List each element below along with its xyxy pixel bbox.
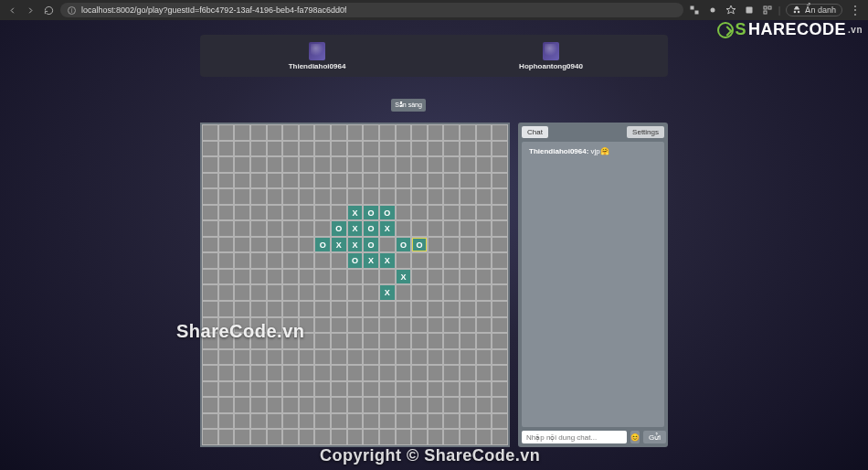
board-cell[interactable] xyxy=(443,173,460,189)
board-cell[interactable] xyxy=(331,188,347,205)
board-cell[interactable] xyxy=(476,365,492,381)
board-cell[interactable] xyxy=(250,188,267,205)
board-cell[interactable] xyxy=(492,220,508,237)
board-cell[interactable] xyxy=(411,413,428,430)
board-cell[interactable] xyxy=(443,284,460,301)
board-cell[interactable] xyxy=(396,365,412,381)
board-cell[interactable] xyxy=(460,413,476,430)
board-cell[interactable] xyxy=(250,284,267,301)
board-cell[interactable] xyxy=(396,252,412,269)
board-cell[interactable] xyxy=(396,188,412,205)
board-cell[interactable] xyxy=(331,269,347,285)
board-cell[interactable] xyxy=(363,317,379,334)
board-cell[interactable] xyxy=(299,156,315,173)
board-cell[interactable] xyxy=(299,188,315,205)
board-cell[interactable] xyxy=(234,284,250,301)
board-cell[interactable] xyxy=(411,188,428,205)
board-cell[interactable] xyxy=(331,205,347,221)
board-cell[interactable] xyxy=(460,188,476,205)
board-cell[interactable] xyxy=(202,413,218,430)
board-cell[interactable] xyxy=(492,301,508,317)
board-cell[interactable] xyxy=(379,333,396,349)
board-cell[interactable] xyxy=(282,252,299,269)
board-cell[interactable] xyxy=(234,237,250,253)
board-cell[interactable] xyxy=(250,124,267,141)
board-cell[interactable] xyxy=(363,124,379,141)
board-cell[interactable] xyxy=(476,301,492,317)
board-cell[interactable] xyxy=(492,381,508,398)
board-cell[interactable] xyxy=(234,220,250,237)
board-cell[interactable] xyxy=(267,349,283,366)
board-cell[interactable] xyxy=(218,397,235,413)
board-cell[interactable] xyxy=(363,349,379,366)
board-cell[interactable] xyxy=(299,397,315,413)
board-cell[interactable]: O xyxy=(396,237,412,253)
board-cell[interactable] xyxy=(396,349,412,366)
board-cell[interactable] xyxy=(379,141,396,157)
board-cell[interactable] xyxy=(218,413,235,430)
board-cell[interactable] xyxy=(250,397,267,413)
board-cell[interactable] xyxy=(428,205,444,221)
board-cell[interactable] xyxy=(411,173,428,189)
board-cell[interactable] xyxy=(218,124,235,141)
forward-button[interactable] xyxy=(24,4,37,16)
board-cell[interactable] xyxy=(282,124,299,141)
board-cell[interactable] xyxy=(202,205,218,221)
board-cell[interactable] xyxy=(428,252,444,269)
board-cell[interactable] xyxy=(363,365,379,381)
board-cell[interactable]: O xyxy=(363,220,379,237)
board-cell[interactable] xyxy=(218,156,235,173)
board-cell[interactable] xyxy=(492,284,508,301)
board-cell[interactable] xyxy=(460,237,476,253)
board-cell[interactable] xyxy=(202,188,218,205)
board-cell[interactable] xyxy=(314,381,331,398)
board-cell[interactable] xyxy=(347,365,364,381)
board-cell[interactable] xyxy=(267,141,283,157)
board-cell[interactable] xyxy=(443,333,460,349)
board-cell[interactable] xyxy=(492,252,508,269)
board-cell[interactable] xyxy=(492,429,508,445)
board-cell[interactable] xyxy=(282,429,299,445)
board-cell[interactable] xyxy=(476,188,492,205)
board-cell[interactable] xyxy=(218,141,235,157)
board-cell[interactable] xyxy=(218,365,235,381)
board-cell[interactable] xyxy=(460,205,476,221)
board-cell[interactable] xyxy=(267,205,283,221)
board-cell[interactable] xyxy=(331,349,347,366)
board-cell[interactable] xyxy=(443,237,460,253)
board-cell[interactable] xyxy=(314,349,331,366)
board-cell[interactable] xyxy=(443,317,460,334)
board-cell[interactable]: O xyxy=(314,237,331,253)
board-cell[interactable] xyxy=(492,349,508,366)
board-cell[interactable] xyxy=(331,156,347,173)
board-cell[interactable] xyxy=(218,349,235,366)
board-cell[interactable] xyxy=(218,269,235,285)
board-cell[interactable] xyxy=(396,173,412,189)
board-cell[interactable] xyxy=(347,301,364,317)
board-cell[interactable] xyxy=(267,413,283,430)
board-cell[interactable] xyxy=(492,173,508,189)
board-cell[interactable] xyxy=(363,397,379,413)
board-cell[interactable] xyxy=(202,252,218,269)
board-cell[interactable] xyxy=(460,397,476,413)
board-cell[interactable] xyxy=(218,381,235,398)
board-cell[interactable] xyxy=(396,284,412,301)
board-cell[interactable]: X xyxy=(379,284,396,301)
board-cell[interactable] xyxy=(218,237,235,253)
board-cell[interactable] xyxy=(476,413,492,430)
board-cell[interactable] xyxy=(202,156,218,173)
board-cell[interactable] xyxy=(267,301,283,317)
board-cell[interactable] xyxy=(314,301,331,317)
board-cell[interactable] xyxy=(234,349,250,366)
board-cell[interactable] xyxy=(428,301,444,317)
board-cell[interactable] xyxy=(379,156,396,173)
board-cell[interactable] xyxy=(428,284,444,301)
board-cell[interactable] xyxy=(347,317,364,334)
board-cell[interactable] xyxy=(443,349,460,366)
board-cell[interactable] xyxy=(267,173,283,189)
board-cell[interactable] xyxy=(347,381,364,398)
board-cell[interactable] xyxy=(411,349,428,366)
board-cell[interactable] xyxy=(299,429,315,445)
board-cell[interactable] xyxy=(299,413,315,430)
board-cell[interactable] xyxy=(492,365,508,381)
